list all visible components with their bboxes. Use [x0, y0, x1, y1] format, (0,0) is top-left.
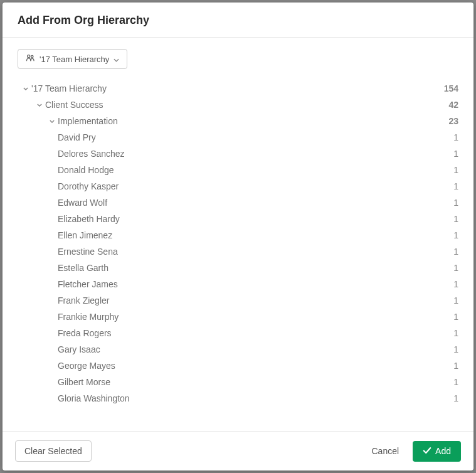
- tree-node-label: Fletcher James: [58, 279, 118, 289]
- tree-node-count: 1: [453, 247, 458, 257]
- tree-node-count: 1: [453, 312, 458, 322]
- tree-node-person[interactable]: Edward Wolf1: [18, 194, 458, 211]
- tree-node-count: 1: [453, 165, 458, 175]
- cancel-button[interactable]: Cancel: [369, 441, 401, 461]
- tree-node-label: Freda Rogers: [58, 328, 112, 338]
- tree-node-label: Elizabeth Hardy: [58, 214, 120, 224]
- tree-node-count: 1: [453, 393, 458, 403]
- tree-node-root[interactable]: '17 Team Hierarchy 154: [18, 80, 458, 97]
- tree-node-person[interactable]: Frankie Murphy1: [18, 309, 458, 325]
- svg-point-0: [28, 55, 30, 58]
- tree-node-label: Gary Isaac: [58, 344, 100, 354]
- modal-title: Add From Org Hierarchy: [18, 14, 458, 27]
- modal-body: '17 Team Hierarchy '17 Team Hierarchy 15…: [3, 38, 473, 431]
- tree-node-person[interactable]: Frank Ziegler1: [18, 292, 458, 309]
- modal-header: Add From Org Hierarchy: [3, 3, 473, 38]
- tree-node-person[interactable]: Gloria Washington1: [18, 390, 458, 407]
- tree-node-count: 1: [453, 149, 458, 159]
- tree-node-label: Estella Garth: [58, 263, 108, 273]
- tree-node-label: Donald Hodge: [58, 165, 114, 175]
- tree-node-person[interactable]: Fletcher James1: [18, 276, 458, 292]
- svg-point-1: [31, 56, 33, 58]
- tree-node-person[interactable]: Elizabeth Hardy1: [18, 211, 458, 227]
- chevron-down-icon: [114, 55, 119, 64]
- tree-node-count: 1: [453, 198, 458, 208]
- tree-node-label: Frankie Murphy: [58, 312, 119, 322]
- tree-node-implementation[interactable]: Implementation 23: [18, 113, 458, 129]
- tree-node-count: 1: [453, 344, 458, 354]
- org-hierarchy-modal: Add From Org Hierarchy '17 Team Hierarch…: [3, 3, 473, 470]
- tree-node-client-success[interactable]: Client Success 42: [18, 97, 458, 113]
- tree-node-label: Ellen Jimenez: [58, 230, 112, 240]
- tree-node-label: '17 Team Hierarchy: [31, 83, 107, 93]
- tree-node-person[interactable]: Donald Hodge1: [18, 162, 458, 178]
- hierarchy-selector-dropdown[interactable]: '17 Team Hierarchy: [18, 49, 127, 69]
- tree-node-person[interactable]: Dorothy Kasper1: [18, 178, 458, 194]
- tree-node-count: 23: [448, 116, 458, 126]
- hierarchy-selector-label: '17 Team Hierarchy: [40, 55, 109, 64]
- tree-node-count: 1: [453, 361, 458, 371]
- tree-node-person[interactable]: Delores Sanchez1: [18, 146, 458, 162]
- tree-node-count: 1: [453, 214, 458, 224]
- tree-node-person[interactable]: Estella Garth1: [18, 260, 458, 276]
- chevron-down-icon: [49, 120, 55, 123]
- tree-node-count: 1: [453, 295, 458, 306]
- tree-node-label: David Pry: [58, 132, 96, 142]
- tree-node-person[interactable]: Gilbert Morse1: [18, 374, 458, 390]
- tree-node-label: Client Success: [45, 100, 103, 110]
- tree-node-person[interactable]: Ellen Jimenez1: [18, 227, 458, 243]
- org-tree: '17 Team Hierarchy 154 Client Success 42: [18, 80, 458, 407]
- people-icon: [26, 54, 35, 64]
- tree-node-label: Delores Sanchez: [58, 149, 125, 159]
- tree-node-count: 1: [453, 230, 458, 240]
- tree-node-label: George Mayes: [58, 361, 115, 371]
- chevron-down-icon: [36, 104, 43, 107]
- chevron-down-icon: [23, 87, 29, 90]
- tree-node-count: 1: [453, 181, 458, 191]
- add-button-label: Add: [435, 446, 451, 456]
- tree-node-count: 154: [444, 83, 458, 93]
- tree-node-label: Dorothy Kasper: [58, 181, 119, 191]
- tree-node-label: Gilbert Morse: [58, 377, 110, 387]
- tree-node-label: Ernestine Sena: [58, 247, 118, 257]
- tree-node-count: 1: [453, 328, 458, 338]
- modal-footer: Clear Selected Cancel Add: [3, 431, 473, 470]
- tree-node-count: 1: [453, 377, 458, 387]
- tree-node-label: Frank Ziegler: [58, 295, 109, 306]
- tree-node-label: Gloria Washington: [58, 393, 130, 403]
- tree-node-person[interactable]: Gary Isaac1: [18, 341, 458, 358]
- tree-node-count: 1: [453, 279, 458, 289]
- tree-node-person[interactable]: David Pry1: [18, 129, 458, 146]
- tree-node-count: 42: [448, 100, 458, 110]
- tree-node-person[interactable]: Ernestine Sena1: [18, 243, 458, 260]
- check-icon: [423, 446, 431, 457]
- add-button[interactable]: Add: [413, 441, 461, 462]
- tree-node-person[interactable]: George Mayes1: [18, 358, 458, 374]
- tree-node-person[interactable]: Freda Rogers1: [18, 325, 458, 341]
- tree-node-count: 1: [453, 263, 458, 273]
- clear-selected-button[interactable]: Clear Selected: [15, 440, 92, 462]
- tree-node-label: Edward Wolf: [58, 198, 107, 208]
- tree-node-count: 1: [453, 132, 458, 142]
- tree-node-label: Implementation: [58, 116, 118, 126]
